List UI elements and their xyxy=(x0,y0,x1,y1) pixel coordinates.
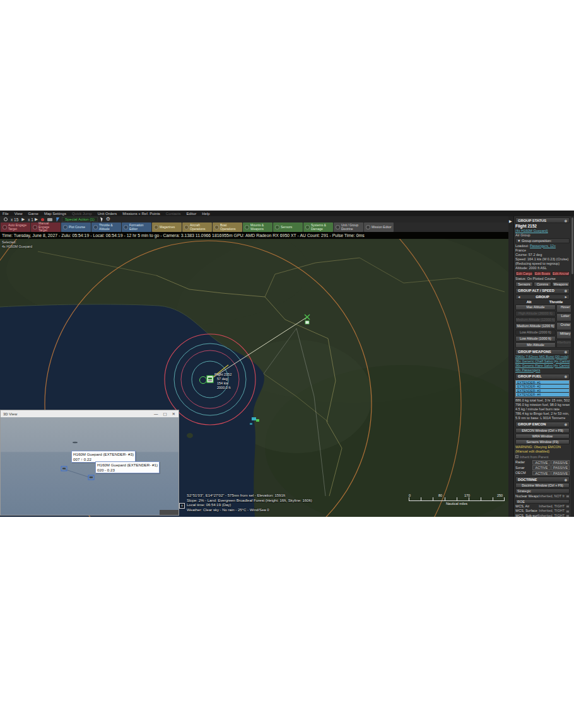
hand-icon[interactable] xyxy=(566,514,570,517)
sensors-window-button[interactable]: Sensors Window (F9) xyxy=(515,439,570,444)
wra-window-button[interactable]: WRA Window xyxy=(515,434,570,439)
close-button[interactable]: ✕ xyxy=(172,412,175,417)
throttle-altitude-button[interactable]: Throttle & Altitude xyxy=(91,222,121,232)
menu-file[interactable]: File xyxy=(3,212,9,216)
alt-min-button[interactable]: Min Altitude xyxy=(515,342,556,348)
tab-weapons[interactable]: Weapons xyxy=(552,282,570,287)
weapon-link-chaff[interactable]: 36x Generic Chaff Salvo [4x Cartridges] xyxy=(515,359,570,363)
mission-icon xyxy=(366,225,370,229)
tab-comms[interactable]: Comms xyxy=(534,282,551,287)
tab-sensors[interactable]: Sensors xyxy=(515,282,533,287)
emcon-sonar-row: Sonar ACTIVE PASSIVE xyxy=(515,465,570,470)
edit-aircraft-button[interactable]: Edit Aircraft xyxy=(552,271,570,276)
prev-group-arrow[interactable]: ◄ xyxy=(517,295,520,299)
maximize-button[interactable]: ▢ xyxy=(163,412,167,417)
emcon-window-button[interactable]: EMCON Window (Ctrl + F9) xyxy=(515,428,570,433)
emcon-oecm-row: OECM ACTIVE PASSIVE xyxy=(515,471,570,476)
group-course: Course: 57.2 deg xyxy=(515,253,570,257)
alt-medium-button[interactable]: Medium Altitude (1200 ft) xyxy=(515,323,556,329)
group-alt-speed-header[interactable]: GROUP ALT / SPEED ◉ xyxy=(515,288,570,294)
auto-engage-target-button[interactable]: Auto Engage Target xyxy=(1,222,30,232)
gauge-icon xyxy=(93,225,98,229)
menu-editor[interactable]: Editor xyxy=(187,212,197,216)
step-button[interactable]: x 1▶ xyxy=(28,217,38,222)
sidebar-scrollbar[interactable] xyxy=(571,216,574,517)
systems-damage-button[interactable]: Systems & Damage xyxy=(303,222,333,232)
weapon-link-mg[interactable]: 2960x 7.62mm MG Burst [20 rnds] xyxy=(515,355,568,359)
manual-engage-target-button[interactable]: Manual Engage Target xyxy=(31,222,61,232)
hand-icon[interactable] xyxy=(566,495,570,498)
mounts-weapons-button[interactable]: Mounts & Weapons xyxy=(243,222,272,232)
pin-icon[interactable]: ◉ xyxy=(565,478,567,482)
menu-help[interactable]: Help xyxy=(202,212,209,216)
group-emcon-header[interactable]: GROUP EMCON ◉ xyxy=(515,422,570,427)
sensors-button[interactable]: Sensors xyxy=(273,222,303,232)
magazines-button[interactable]: Magazines xyxy=(152,222,182,232)
pointer-icon[interactable] xyxy=(101,217,103,222)
time-compression-value[interactable]: x 15 xyxy=(11,217,18,222)
sensor-icon xyxy=(275,225,279,229)
fuel-row-extender4[interactable]: EXTENDER- #4 xyxy=(516,393,569,397)
menu-unit-orders[interactable]: Unit Orders xyxy=(98,212,117,216)
sidebar-collapse-arrow[interactable]: ▶ xyxy=(509,219,512,223)
edit-cargo-button[interactable]: Edit Cargo xyxy=(515,271,533,276)
menu-map-settings[interactable]: Map Settings xyxy=(44,212,66,216)
boat-operations-button[interactable]: Boat Operations xyxy=(213,222,242,232)
oecm-active-button[interactable]: ACTIVE xyxy=(532,471,551,476)
throttle-column-header: Throttle xyxy=(542,300,570,304)
fuel-mission: 796.0 kg mission fuel, 98.0 kg reserve xyxy=(515,403,570,407)
alt-low-1000-button[interactable]: Low Altitude (1000 ft) xyxy=(515,336,556,342)
alt-medium-high-button: Medium Altitude (12000 ft) xyxy=(515,317,556,323)
menu-view[interactable]: View xyxy=(15,212,23,216)
unit-group-doctrine-button[interactable]: Unit / Group Doctrine xyxy=(334,222,363,232)
pin-icon[interactable]: ◉ xyxy=(565,374,567,378)
hand-icon[interactable] xyxy=(566,505,570,508)
sonar-active-button[interactable]: ACTIVE xyxy=(532,465,551,470)
next-group-arrow[interactable]: ► xyxy=(565,295,568,299)
group-fuel-header[interactable]: GROUP FUEL ◉ xyxy=(515,374,570,379)
compass-icon xyxy=(63,225,67,229)
weapon-link-passengers[interactable]: 48x Passengers xyxy=(515,368,540,372)
map-scale-bar: 0 80 170 250 Nautical miles xyxy=(409,494,505,506)
alt-max-button[interactable]: Max Altitude xyxy=(515,304,556,310)
doctrine-window-button[interactable]: Doctrine Window (Ctrl + F9) xyxy=(515,483,570,488)
special-action-dropdown[interactable]: Special Action (1) xyxy=(62,217,98,222)
3d-view-titlebar[interactable]: 3D View — ▢ ✕ xyxy=(1,410,179,417)
menu-missions-ref-points[interactable]: Missions + Ref. Points xyxy=(122,212,160,216)
group-status-header[interactable]: GROUP STATUS ◉ xyxy=(515,217,570,223)
sonar-passive-button[interactable]: PASSIVE xyxy=(551,465,570,470)
clock-icon[interactable] xyxy=(4,217,8,221)
menu-game[interactable]: Game xyxy=(28,212,38,216)
mission-editor-button[interactable]: Mission Editor xyxy=(364,222,394,232)
group-composition-link[interactable]: (4x H160M Guepard) xyxy=(515,229,548,233)
group-composition-toggle[interactable]: ▼ Group composition: xyxy=(515,238,570,243)
systems-icon xyxy=(305,225,310,229)
record-icon[interactable] xyxy=(41,218,44,221)
formation-editor-button[interactable]: Formation Editor xyxy=(122,222,151,232)
alt-low-2000-button[interactable]: Low Altitude (2000 ft) xyxy=(515,330,556,335)
aircraft-operations-button[interactable]: Aircraft Operations xyxy=(182,222,212,232)
pin-icon[interactable]: ◉ xyxy=(565,289,567,292)
scrollbar-thumb[interactable] xyxy=(571,217,573,274)
3d-scene[interactable]: H160M Guepard (EXTENDER- #3) 007 ↑ 0.22 … xyxy=(1,417,179,515)
lightning-icon[interactable] xyxy=(56,217,59,222)
weapon-link-flare[interactable]: 36x Generic Flare Salvo [4x Cartridges, … xyxy=(515,364,570,367)
gear-icon[interactable]: ⚙ xyxy=(106,217,110,222)
pin-icon[interactable]: ◉ xyxy=(565,350,567,354)
plot-course-button[interactable]: Plot Course xyxy=(61,222,91,232)
3d-view-corner-patch xyxy=(160,510,179,515)
hand-icon[interactable] xyxy=(566,510,570,513)
inherit-from-parent-checkbox[interactable]: Inherit from Parent xyxy=(515,455,570,459)
play-button[interactable]: ▶ xyxy=(21,217,25,222)
oecm-passive-button[interactable]: PASSIVE xyxy=(551,471,570,476)
pin-icon[interactable]: ◉ xyxy=(565,219,567,222)
pin-icon[interactable]: ◉ xyxy=(565,422,567,426)
doctrine-header[interactable]: DOCTRINE ◉ xyxy=(515,477,570,482)
edit-boats-button[interactable]: Edit Boats xyxy=(534,271,551,276)
group-weapons-header[interactable]: GROUP WEAPONS ◉ xyxy=(515,349,570,355)
minimize-button[interactable]: — xyxy=(154,412,158,417)
printer-icon[interactable] xyxy=(47,218,52,221)
loadout-link[interactable]: Passengers, 12x xyxy=(530,244,556,248)
radar-active-button[interactable]: ACTIVE xyxy=(532,460,551,465)
radar-passive-button[interactable]: PASSIVE xyxy=(551,460,570,465)
